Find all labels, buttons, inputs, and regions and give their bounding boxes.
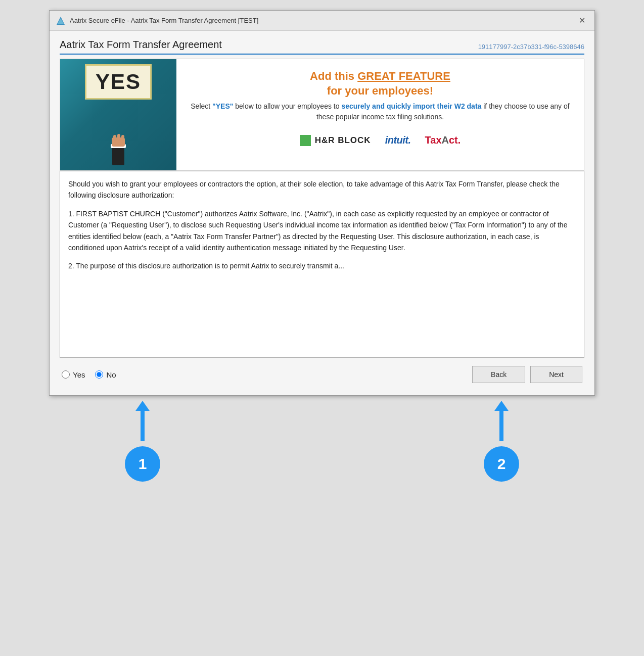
agreement-paragraph-3: 2. The purpose of this disclosure author… xyxy=(68,260,576,271)
secure-highlight: securely and quickly import their W2 dat… xyxy=(341,102,481,110)
hand-icon xyxy=(98,120,139,165)
annotation-2: 2 xyxy=(484,401,519,512)
great-feature-text: GREAT FEATURE xyxy=(357,70,450,82)
partners: H&R BLOCK intuit. TaxAct. xyxy=(300,134,461,146)
promo-headline: Add this GREAT FEATURE for your employee… xyxy=(310,69,450,98)
agreement-text-area[interactable]: Should you wish to grant your employees … xyxy=(60,171,584,358)
promo-image: YES xyxy=(60,59,176,170)
app-icon xyxy=(56,16,66,26)
annotations: 1 2 xyxy=(49,401,595,512)
taxact-partner: TaxAct. xyxy=(425,134,461,146)
arrow-up-1 xyxy=(135,401,150,411)
title-bar-left: Aatrix Secure eFile - Aatrix Tax Form Tr… xyxy=(56,16,258,26)
next-button[interactable]: Next xyxy=(530,366,582,383)
page-id: 191177997-2c37b331-f96c-5398646 xyxy=(478,43,584,51)
promo-headline-line2: for your employees! xyxy=(327,84,433,97)
svg-rect-7 xyxy=(121,135,124,141)
promo-content: Add this GREAT FEATURE for your employee… xyxy=(176,59,584,170)
back-button[interactable]: Back xyxy=(472,366,525,383)
bottom-bar: Yes No Back Next xyxy=(60,358,584,385)
close-button[interactable]: ✕ xyxy=(576,15,588,26)
hrblock-logo-text: H&R BLOCK xyxy=(315,135,371,146)
no-radio[interactable] xyxy=(95,370,103,379)
svg-rect-5 xyxy=(113,135,116,141)
agreement-paragraph-2: 1. FIRST BAPTIST CHURCH ("Customer") aut… xyxy=(68,208,576,254)
taxact-logo-text: TaxAct. xyxy=(425,134,461,146)
hrblock-partner: H&R BLOCK xyxy=(300,135,371,146)
radio-group: Yes No xyxy=(62,370,116,379)
button-group: Back Next xyxy=(472,366,582,383)
yes-radio-label[interactable]: Yes xyxy=(62,370,85,379)
agreement-paragraph-1: Should you wish to grant your employees … xyxy=(68,178,576,201)
annotation-circle-1: 1 xyxy=(125,446,160,482)
page-header: Aatrix Tax Form Transfer Agreement 19117… xyxy=(60,39,584,55)
yes-highlight: "YES" xyxy=(212,102,233,110)
arrow-shaft-2 xyxy=(499,411,503,441)
arrow-shaft-1 xyxy=(141,411,145,441)
no-label: No xyxy=(106,370,116,379)
hrblock-logo-square xyxy=(300,135,311,146)
annotation-1: 1 xyxy=(125,401,160,512)
annotation-circle-2: 2 xyxy=(484,446,519,482)
page-title: Aatrix Tax Form Transfer Agreement xyxy=(60,39,222,51)
svg-rect-6 xyxy=(117,134,120,141)
promo-subtext: Select "YES" below to allow your employe… xyxy=(189,101,572,122)
title-bar: Aatrix Secure eFile - Aatrix Tax Form Tr… xyxy=(50,11,594,31)
yes-sign: YES xyxy=(85,64,152,100)
window-title: Aatrix Secure eFile - Aatrix Tax Form Tr… xyxy=(70,17,258,24)
main-window: Aatrix Secure eFile - Aatrix Tax Form Tr… xyxy=(49,10,595,396)
taxact-x: A xyxy=(442,134,449,146)
yes-label: Yes xyxy=(73,370,85,379)
intuit-partner: intuit. xyxy=(385,134,411,146)
arrow-up-2 xyxy=(494,401,509,411)
yes-radio[interactable] xyxy=(62,370,70,379)
promo-banner: YES xyxy=(60,59,584,171)
no-radio-label[interactable]: No xyxy=(95,370,116,379)
intuit-logo-text: intuit. xyxy=(385,134,411,146)
window-body: Aatrix Tax Form Transfer Agreement 19117… xyxy=(50,31,594,395)
